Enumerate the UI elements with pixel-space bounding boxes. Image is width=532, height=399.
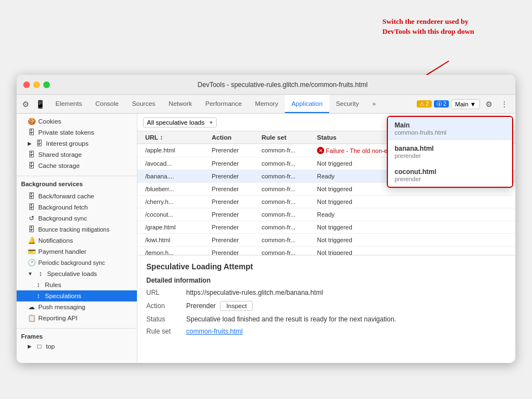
cell-status: Not triggered xyxy=(315,248,510,255)
detail-row-action: Action Prerender Inspect xyxy=(146,301,507,311)
sidebar-item-private-state[interactable]: 🗄 Private state tokens xyxy=(17,127,137,138)
interest-groups-icon: 🗄 xyxy=(35,140,43,147)
table-row[interactable]: /grape.html Prerender common-fr... Not t… xyxy=(137,221,515,234)
cell-status: Not triggered xyxy=(315,222,510,232)
ruleset-label: Rule set xyxy=(146,328,180,335)
sidebar-label-payment: Payment handler xyxy=(38,248,86,255)
filter-select-wrapper[interactable]: All speculative loads Prerender Prefetch xyxy=(143,117,217,127)
detail-section-title: Detailed information xyxy=(146,277,507,284)
cell-ruleset: common-fr... xyxy=(259,235,315,245)
sidebar-label-rules: Rules xyxy=(45,282,61,288)
renderer-label: Main xyxy=(455,101,468,108)
sidebar-item-shared-storage[interactable]: 🗄 Shared storage xyxy=(17,149,137,160)
tab-console[interactable]: Console xyxy=(89,95,125,113)
sidebar-label-speculative-loads: Speculative loads xyxy=(47,270,97,277)
bfcache-icon: 🗄 xyxy=(28,192,35,200)
more-icon[interactable]: ⋮ xyxy=(498,98,511,111)
tab-elements[interactable]: Elements xyxy=(49,95,89,113)
cell-ruleset: common-fr... xyxy=(259,171,315,181)
cell-url: /kiwi.html xyxy=(143,235,209,245)
cell-action: Prerender xyxy=(209,209,259,219)
sidebar: 🍪 Cookies 🗄 Private state tokens ▶ 🗄 Int… xyxy=(17,114,137,363)
sidebar-label-bounce-tracking: Bounce tracking mitigations xyxy=(38,226,109,233)
tab-security[interactable]: Security xyxy=(329,95,366,113)
detail-row-status: Status Speculative load finished and the… xyxy=(146,315,507,323)
filter-select[interactable]: All speculative loads Prerender Prefetch xyxy=(143,117,217,127)
bg-fetch-icon: 🗄 xyxy=(28,203,35,211)
cell-status: Not triggered xyxy=(315,197,510,207)
renderer-coconut-sub: prerender xyxy=(395,176,505,182)
minimize-button[interactable] xyxy=(33,81,40,88)
tab-application[interactable]: Application xyxy=(285,95,329,113)
table-row[interactable]: /kiwi.html Prerender common-fr... Not tr… xyxy=(137,234,515,247)
sidebar-item-bg-sync[interactable]: ↺ Background sync xyxy=(17,213,137,224)
renderer-item-main[interactable]: Main common-fruits.html xyxy=(388,117,512,140)
url-value: https://speculative-rules.glitch.me/bana… xyxy=(186,289,323,296)
tab-memory[interactable]: Memory xyxy=(248,95,285,113)
sidebar-item-top[interactable]: ▶ □ top xyxy=(17,341,137,352)
cell-url: /banana.... xyxy=(143,171,209,181)
cell-url: /grape.html xyxy=(143,222,209,232)
tab-network[interactable]: Network xyxy=(162,95,198,113)
sidebar-item-notifications[interactable]: 🔔 Notifications xyxy=(17,235,137,246)
payment-icon: 💳 xyxy=(28,248,35,255)
sidebar-item-periodic-bg-sync[interactable]: 🕐 Periodic background sync xyxy=(17,257,137,268)
table-row[interactable]: /coconut... Prerender common-fr... Ready xyxy=(137,208,515,221)
sidebar-item-interest-groups[interactable]: ▶ 🗄 Interest groups xyxy=(17,138,137,149)
cell-action: Prerender xyxy=(209,158,259,168)
expand-icon: ▶ xyxy=(28,141,32,146)
sidebar-item-push-messaging[interactable]: ☁ Push messaging xyxy=(17,301,137,313)
cell-ruleset: common-fr... xyxy=(259,158,315,168)
renderer-chevron-icon: ▼ xyxy=(470,101,476,108)
sidebar-item-speculative-loads[interactable]: ▼ ↕ Speculative loads xyxy=(17,268,137,279)
sidebar-item-bg-fetch[interactable]: 🗄 Background fetch xyxy=(17,202,137,213)
sidebar-item-rules[interactable]: ↕ Rules xyxy=(17,279,137,290)
renderer-dropdown[interactable]: Main ▼ xyxy=(451,99,480,109)
sidebar-item-reporting-api[interactable]: 📋 Reporting API xyxy=(17,313,137,324)
status-label: Status xyxy=(146,315,180,323)
inspect-button[interactable]: Inspect xyxy=(220,301,253,311)
detail-row-url: URL https://speculative-rules.glitch.me/… xyxy=(146,289,507,296)
sidebar-item-cache-storage[interactable]: 🗄 Cache storage xyxy=(17,160,137,171)
ruleset-link[interactable]: common-fruits.html xyxy=(186,328,243,335)
warning-badge: ⚠ 2 xyxy=(417,100,432,108)
push-messaging-icon: ☁ xyxy=(28,303,35,311)
sidebar-divider xyxy=(17,176,137,176)
close-button[interactable] xyxy=(23,81,30,88)
sidebar-label-periodic-bg-sync: Periodic background sync xyxy=(38,259,105,266)
cell-ruleset: common-fr... xyxy=(259,145,315,156)
cell-action: Prerender xyxy=(209,235,259,245)
sidebar-item-speculations[interactable]: ↕ Speculations xyxy=(17,290,137,301)
settings-icon[interactable]: ⚙ xyxy=(482,98,495,111)
cell-ruleset: common-fr... xyxy=(259,209,315,219)
cell-url: /coconut... xyxy=(143,209,209,219)
tab-sources[interactable]: Sources xyxy=(125,95,162,113)
cell-url: /cherry.h... xyxy=(143,197,209,207)
renderer-main-sub: common-fruits.html xyxy=(395,129,505,136)
inspect-icon[interactable]: ⚙ xyxy=(19,98,32,111)
sidebar-item-bounce-tracking[interactable]: 🗄 Bounce tracking mitigations xyxy=(17,224,137,235)
speculative-expand-icon: ▼ xyxy=(28,271,33,277)
table-row[interactable]: /cherry.h... Prerender common-fr... Not … xyxy=(137,196,515,208)
renderer-item-coconut[interactable]: coconut.html prerender xyxy=(388,163,512,187)
info-count: 2 xyxy=(443,101,447,107)
renderer-item-banana[interactable]: banana.html prerender xyxy=(388,140,512,163)
cell-status: Not triggered xyxy=(315,235,510,245)
tab-performance[interactable]: Performance xyxy=(199,95,249,113)
shared-storage-icon: 🗄 xyxy=(28,151,35,158)
maximize-button[interactable] xyxy=(43,81,50,88)
sidebar-item-payment[interactable]: 💳 Payment handler xyxy=(17,246,137,257)
sidebar-label-interest-groups: Interest groups xyxy=(46,140,89,147)
tab-more[interactable]: » xyxy=(366,95,382,113)
sidebar-item-bfcache[interactable]: 🗄 Back/forward cache xyxy=(17,191,137,202)
device-icon[interactable]: 📱 xyxy=(33,98,47,111)
table-row[interactable]: /lemon.h... Prerender common-fr... Not t… xyxy=(137,247,515,255)
frames-expand-icon: ▶ xyxy=(28,344,32,349)
sidebar-label-cache-storage: Cache storage xyxy=(38,162,80,169)
detail-title: Speculative Loading Attempt xyxy=(146,262,507,271)
cell-action: Prerender xyxy=(209,222,259,232)
cell-ruleset: common-fr... xyxy=(259,222,315,232)
cell-ruleset: common-fr... xyxy=(259,197,315,207)
cell-action: Prerender xyxy=(209,171,259,181)
sidebar-item-cookies[interactable]: 🍪 Cookies xyxy=(17,116,137,127)
